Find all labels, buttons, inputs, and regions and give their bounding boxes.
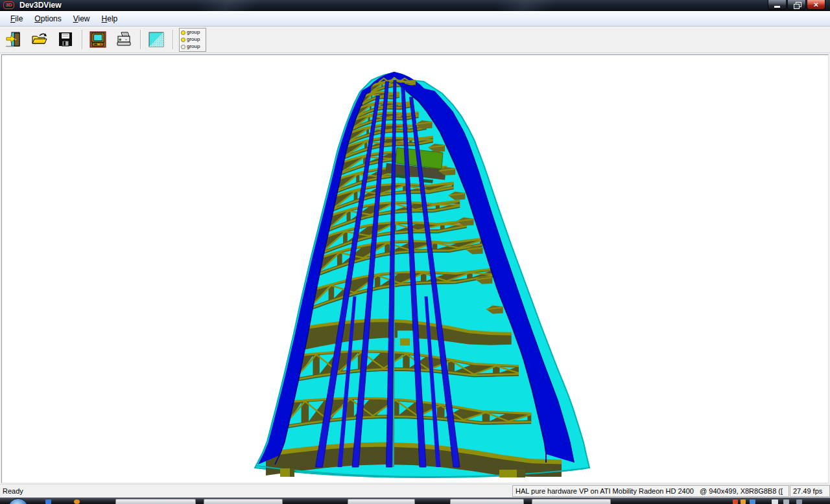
group-toggle-3[interactable]: group — [181, 43, 204, 51]
open-folder-icon — [31, 31, 48, 48]
render-canvas[interactable] — [1, 54, 829, 483]
window-controls: ✕ — [767, 0, 825, 10]
exit-button[interactable] — [4, 30, 23, 49]
status-renderer: HAL pure hardware VP on ATI Mobility Rad… — [512, 485, 789, 497]
menu-help[interactable]: Help — [96, 13, 124, 25]
restore-button[interactable] — [787, 0, 806, 10]
menu-options[interactable]: Options — [29, 13, 67, 25]
app-window: 3D Dev3DView ✕ File Options View Help — [0, 0, 830, 504]
open-button[interactable] — [30, 30, 49, 49]
viewport-frame — [0, 53, 830, 484]
exit-door-icon — [5, 31, 22, 48]
tray-icon[interactable] — [733, 499, 738, 504]
toolbar-separator — [82, 30, 83, 49]
taskbar-quicklaunch-icon[interactable] — [74, 499, 80, 504]
background-toggle-icon — [148, 31, 165, 48]
minimize-button[interactable] — [768, 0, 787, 10]
tray-icon[interactable] — [772, 499, 778, 504]
group-panel: group group group — [179, 28, 206, 52]
status-bar: Ready HAL pure hardware VP on ATI Mobili… — [0, 484, 830, 498]
taskbar-button[interactable] — [115, 499, 196, 504]
menu-file[interactable]: File — [5, 13, 29, 25]
group-label: group — [187, 36, 200, 43]
tray-icon[interactable] — [750, 499, 755, 504]
wing-3d-model — [2, 55, 828, 483]
group-label: group — [187, 43, 200, 50]
toolbar: group group group — [0, 27, 830, 53]
title-bar: 3D Dev3DView ✕ — [0, 0, 830, 11]
status-fps: 27.49 fps — [790, 485, 830, 497]
save-button[interactable] — [56, 30, 75, 49]
titlebar-gloss — [454, 0, 597, 11]
menu-view[interactable]: View — [67, 13, 96, 25]
titlebar-gloss — [156, 0, 298, 11]
print-button[interactable] — [114, 30, 134, 49]
tray-icon[interactable] — [741, 499, 746, 504]
taskbar-button[interactable] — [348, 499, 415, 504]
restore-icon — [794, 3, 800, 8]
taskbar-button[interactable] — [532, 499, 611, 504]
group-toggle-2[interactable]: group — [181, 36, 204, 43]
bulb-off-icon — [181, 45, 185, 49]
floppy-disk-icon — [57, 31, 74, 48]
bulb-on-icon — [181, 30, 185, 35]
taskbar-quicklaunch-icon[interactable] — [45, 499, 51, 504]
taskbar-button[interactable] — [450, 499, 524, 504]
bulb-on-icon — [181, 38, 185, 42]
background-toggle-button[interactable] — [147, 30, 166, 49]
taskbar-button[interactable] — [204, 499, 283, 504]
toolbar-separator — [140, 30, 141, 49]
group-toggle-1[interactable]: group — [181, 29, 204, 36]
menu-bar: File Options View Help — [0, 11, 830, 27]
tray-icon[interactable] — [783, 499, 789, 504]
close-button[interactable]: ✕ — [807, 0, 825, 10]
taskbar — [0, 498, 830, 504]
group-label: group — [187, 29, 200, 36]
minimize-icon — [774, 6, 780, 8]
start-button[interactable] — [8, 498, 29, 504]
close-icon: ✕ — [813, 1, 818, 9]
tray-icon[interactable] — [796, 499, 802, 504]
window-title: Dev3DView — [19, 1, 61, 10]
display-settings-icon — [89, 31, 106, 48]
display-settings-button[interactable] — [88, 30, 108, 49]
app-icon: 3D — [3, 1, 14, 9]
status-ready: Ready — [3, 487, 23, 495]
printer-icon — [115, 31, 132, 48]
toolbar-separator — [172, 30, 174, 49]
